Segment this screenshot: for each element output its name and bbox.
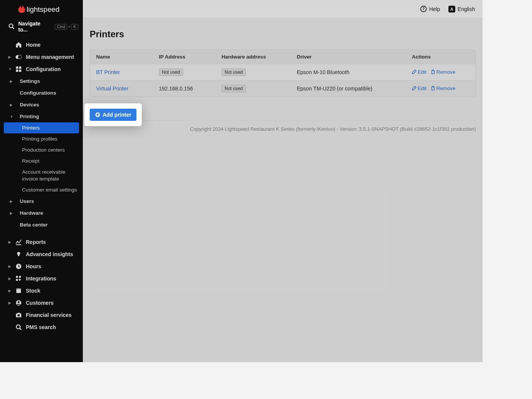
sidebar-item-ar-invoice[interactable]: Account receivable invoice template bbox=[0, 166, 83, 184]
menu-icon bbox=[15, 54, 22, 60]
not-used-badge: Not used bbox=[159, 68, 183, 76]
edit-icon bbox=[412, 70, 416, 74]
home-icon bbox=[15, 42, 22, 48]
sidebar-item-home[interactable]: Home bbox=[0, 39, 83, 51]
add-printer-highlight: Add printer bbox=[84, 103, 142, 126]
sidebar-item-printing[interactable]: ▼Printing bbox=[0, 111, 83, 122]
sidebar-item-customer-email[interactable]: Customer email settings bbox=[0, 184, 83, 195]
not-used-badge: Not used bbox=[222, 68, 246, 76]
sidebar-item-configuration[interactable]: ▼ Configuration bbox=[0, 63, 83, 75]
svg-line-1 bbox=[13, 27, 14, 29]
chevron-right-icon: ▶ bbox=[8, 240, 11, 244]
svg-rect-5 bbox=[16, 66, 18, 69]
svg-rect-7 bbox=[16, 70, 18, 72]
chevron-right-icon: ▶ bbox=[10, 211, 13, 215]
driver-cell: Epson M-10 Bluetooth bbox=[291, 65, 406, 79]
trash-icon bbox=[431, 86, 435, 90]
clock-icon bbox=[15, 263, 22, 269]
th-name: Name bbox=[90, 50, 153, 64]
sidebar-item-production-centers[interactable]: Production centers bbox=[0, 144, 83, 155]
table-row: BT Printer Not used Not used Epson M-10 … bbox=[90, 64, 475, 80]
sidebar-item-hardware[interactable]: ▶Hardware bbox=[0, 207, 83, 219]
lightbulb-icon bbox=[15, 251, 22, 257]
edit-icon bbox=[412, 86, 416, 90]
svg-rect-11 bbox=[18, 255, 19, 256]
help-icon: ? bbox=[420, 6, 427, 12]
ip-cell: 192.168.0.156 bbox=[153, 81, 215, 96]
plus-grid-icon bbox=[15, 276, 22, 282]
th-ip: IP Address bbox=[153, 50, 215, 64]
chevron-right-icon: ▶ bbox=[8, 301, 11, 305]
remove-link[interactable]: Remove bbox=[431, 69, 455, 75]
chevron-right-icon: ▶ bbox=[8, 264, 11, 268]
chevron-right-icon: ▶ bbox=[8, 55, 11, 59]
edit-link[interactable]: Edit bbox=[412, 69, 426, 75]
printer-name-link[interactable]: Virtual Printer bbox=[96, 86, 128, 92]
sidebar-item-menu-management[interactable]: ▶ Menu management bbox=[0, 51, 83, 63]
edit-link[interactable]: Edit bbox=[412, 86, 426, 91]
svg-rect-8 bbox=[19, 70, 21, 72]
kbd-shortcut: Cmd + K bbox=[55, 24, 78, 30]
footer-text: Copyright 2024 Lightspeed Restaurant K S… bbox=[90, 120, 476, 132]
sidebar-item-beta-center[interactable]: Beta center bbox=[0, 219, 83, 231]
brand-logo[interactable]: lightspeed bbox=[0, 0, 83, 17]
svg-point-10 bbox=[17, 252, 20, 255]
svg-rect-16 bbox=[16, 290, 21, 293]
user-icon bbox=[15, 300, 22, 306]
brand-text: lightspeed bbox=[27, 5, 60, 14]
not-used-badge: Not used bbox=[222, 85, 246, 92]
topbar: ? Help A English bbox=[83, 0, 483, 18]
svg-point-21 bbox=[17, 314, 20, 317]
chart-icon bbox=[15, 239, 22, 245]
table-header: Name IP Address Hardware address Driver … bbox=[90, 50, 475, 64]
chevron-down-icon: ▼ bbox=[10, 115, 13, 119]
sidebar-item-pms-search[interactable]: PMS search bbox=[0, 321, 83, 333]
printers-table: Name IP Address Hardware address Driver … bbox=[90, 49, 476, 97]
sidebar-item-settings[interactable]: ▶Settings bbox=[0, 75, 83, 87]
th-hw: Hardware address bbox=[215, 50, 291, 64]
plus-circle-icon bbox=[95, 112, 100, 117]
sidebar-item-printers[interactable]: Printers bbox=[4, 122, 79, 133]
sidebar-item-insights[interactable]: Advanced insights bbox=[0, 248, 83, 260]
nav-search-label: Navigate to... bbox=[18, 21, 51, 33]
language-selector[interactable]: A English bbox=[448, 6, 475, 13]
svg-point-23 bbox=[16, 325, 20, 329]
chevron-right-icon: ▶ bbox=[10, 200, 13, 203]
sidebar-item-reports[interactable]: ▶ Reports bbox=[0, 236, 83, 248]
chevron-right-icon: ▶ bbox=[8, 277, 11, 280]
search-icon bbox=[8, 23, 14, 30]
flame-icon bbox=[18, 5, 25, 13]
sidebar-item-printing-profiles[interactable]: Printing profiles bbox=[0, 133, 83, 144]
th-actions: Actions bbox=[406, 50, 475, 64]
help-button[interactable]: ? Help bbox=[420, 6, 440, 12]
box-icon bbox=[15, 288, 22, 294]
remove-link[interactable]: Remove bbox=[431, 86, 455, 91]
svg-line-24 bbox=[20, 328, 21, 330]
svg-rect-13 bbox=[16, 276, 18, 278]
printer-name-link[interactable]: BT Printer bbox=[96, 69, 120, 75]
sidebar-item-devices[interactable]: ▶Devices bbox=[0, 99, 83, 111]
sidebar-item-configurations[interactable]: Configurations bbox=[0, 87, 83, 99]
svg-rect-15 bbox=[16, 279, 18, 281]
search-icon bbox=[15, 324, 22, 330]
chevron-right-icon: ▶ bbox=[10, 79, 13, 83]
nav-search[interactable]: Navigate to... Cmd + K bbox=[0, 17, 83, 39]
svg-point-0 bbox=[9, 24, 13, 28]
sidebar-item-hours[interactable]: ▶ Hours bbox=[0, 260, 83, 272]
trash-icon bbox=[431, 70, 435, 74]
sidebar-item-customers[interactable]: ▶ Customers bbox=[0, 297, 83, 309]
sidebar-item-users[interactable]: ▶Users bbox=[0, 195, 83, 207]
svg-rect-17 bbox=[16, 288, 21, 290]
svg-rect-6 bbox=[19, 66, 21, 69]
sidebar-item-receipt[interactable]: Receipt bbox=[0, 155, 83, 166]
sidebar-item-integrations[interactable]: ▶ Integrations bbox=[0, 272, 83, 285]
main-content: ? Help A English Printers Name IP Addres… bbox=[83, 0, 483, 362]
table-row: Virtual Printer 192.168.0.156 Not used E… bbox=[90, 80, 475, 97]
add-printer-button[interactable]: Add printer bbox=[90, 109, 136, 121]
language-badge-icon: A bbox=[448, 6, 455, 13]
sidebar-item-financial[interactable]: Financial services bbox=[0, 309, 83, 321]
camera-icon bbox=[15, 312, 22, 318]
sidebar-item-stock[interactable]: ▶ Stock bbox=[0, 285, 83, 297]
grid-icon bbox=[15, 66, 22, 72]
svg-rect-22 bbox=[17, 313, 20, 314]
